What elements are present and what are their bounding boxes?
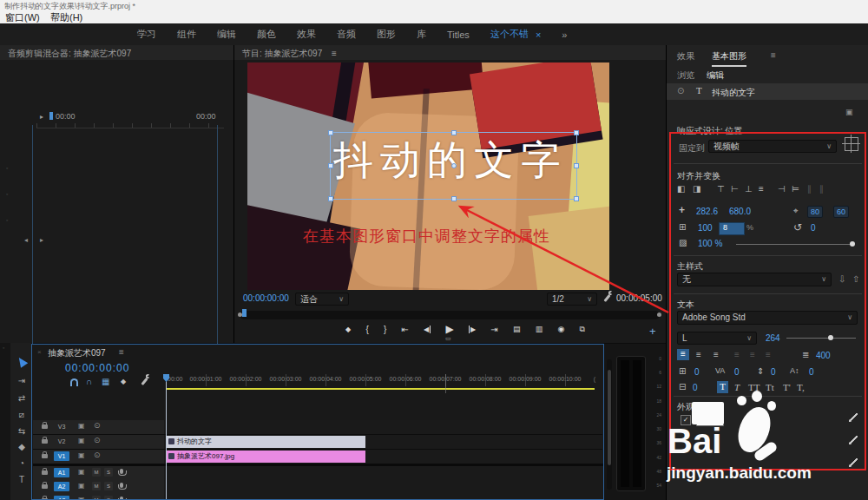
voiceover-mic-icon[interactable] — [120, 483, 123, 488]
mute-button[interactable]: M — [92, 496, 101, 500]
mute-button[interactable]: M — [92, 482, 101, 490]
step-back-button[interactable]: ◀ — [424, 326, 431, 333]
workspace-tab-effects[interactable]: 效果 — [297, 28, 316, 41]
lock-icon[interactable] — [42, 439, 48, 444]
workspace-tab-audio[interactable]: 音频 — [337, 28, 356, 41]
mute-button[interactable]: M — [92, 468, 101, 477]
selection-handle[interactable] — [328, 163, 333, 168]
layer-visibility-icon[interactable]: ⊙ — [677, 86, 684, 95]
sync-lock-icon[interactable]: ▣ — [78, 422, 85, 430]
workspace-tab-color[interactable]: 颜色 — [257, 28, 276, 41]
lock-icon[interactable] — [42, 424, 48, 429]
playback-timecode[interactable]: 00:00:00:00 — [243, 293, 289, 303]
pen-tool[interactable]: ◆ — [16, 442, 28, 451]
lift-button[interactable]: ▤ — [513, 325, 521, 333]
solo-button[interactable]: S — [104, 496, 113, 500]
track-name-a2[interactable]: A2 — [54, 482, 69, 491]
track-visibility-icon[interactable]: ⊙ — [94, 451, 101, 459]
lock-icon[interactable] — [42, 470, 48, 475]
track-lane-v3[interactable] — [164, 420, 602, 435]
type-tool[interactable]: T — [16, 475, 28, 484]
fit-select[interactable]: 适合∨ — [295, 293, 349, 306]
track-select-tool[interactable]: ⇥ — [16, 376, 28, 385]
playhead-line[interactable] — [166, 374, 167, 499]
track-lane-a2[interactable] — [164, 480, 602, 495]
lock-icon[interactable] — [42, 484, 48, 489]
track-lane-a1[interactable] — [164, 466, 602, 481]
sync-lock-icon[interactable]: ▣ — [78, 496, 85, 500]
selection-handle[interactable] — [328, 196, 333, 201]
subtab-edit[interactable]: 编辑 — [707, 69, 724, 84]
tab-overflow-icon[interactable]: » — [562, 30, 567, 40]
mixer-playhead-chip[interactable] — [49, 112, 53, 120]
workspace-tab-libraries[interactable]: 库 — [417, 28, 426, 41]
clip-text-layer[interactable]: 抖动的文字 — [166, 436, 365, 448]
pan-left-icon[interactable]: ◂ — [24, 236, 28, 244]
track-name-a3[interactable]: A3 — [54, 496, 69, 500]
mixer-ruler[interactable] — [36, 123, 224, 128]
play-button[interactable]: ▶ — [445, 323, 453, 335]
ripple-edit-tool[interactable]: ⇄ — [16, 393, 28, 403]
layer-row[interactable]: ⊙ T 抖动的文字 — [667, 83, 868, 100]
mixer-play-icon[interactable]: ▸ — [40, 113, 43, 121]
comparison-view-button[interactable]: ⧉ — [579, 325, 584, 334]
scrollbar-handle[interactable] — [608, 370, 611, 465]
video-preview[interactable]: 抖动的文字 在基本图形窗口中调整文字的属性 — [247, 62, 609, 290]
tab-close-icon[interactable]: × — [536, 30, 541, 40]
workspace-tab-active[interactable]: 这个不错 — [490, 28, 529, 41]
pan-right-icon[interactable]: ▸ — [40, 236, 43, 244]
go-to-in-button[interactable]: ⇤ — [402, 325, 409, 334]
text-selection-box[interactable] — [330, 132, 577, 200]
timeline-wrench-icon[interactable] — [141, 378, 148, 385]
extract-button[interactable]: ▥ — [536, 325, 543, 333]
menu-window[interactable]: 窗口(W) — [5, 11, 40, 24]
timeline-tab[interactable]: 抽象派艺术097 — [48, 347, 106, 359]
workspace-tab-learn[interactable]: 学习 — [137, 28, 156, 41]
timeline-tab-close-icon[interactable]: × — [37, 348, 42, 356]
hand-tool[interactable]: ◔ — [16, 458, 28, 468]
selection-handle[interactable] — [328, 130, 333, 135]
tab-effects[interactable]: 效果 — [677, 50, 694, 62]
work-area-bar[interactable] — [166, 388, 595, 390]
track-name-v3[interactable]: V3 — [54, 422, 69, 431]
mark-out-button[interactable]: } — [384, 325, 386, 334]
add-button[interactable]: + — [649, 325, 656, 338]
subtab-browse[interactable]: 浏览 — [677, 69, 694, 82]
solo-button[interactable]: S — [104, 468, 113, 477]
clip-image-layer[interactable]: 抽象派艺术097.jpg — [166, 451, 365, 463]
track-visibility-icon[interactable]: ⊙ — [94, 421, 101, 430]
scrubber-left-knob[interactable] — [238, 312, 242, 317]
voiceover-mic-icon[interactable] — [120, 469, 123, 474]
workspace-tab-titles[interactable]: Titles — [447, 30, 470, 40]
slip-tool[interactable]: ⇆ — [16, 426, 28, 436]
track-visibility-icon[interactable]: ⊙ — [94, 436, 101, 444]
selection-handle[interactable] — [451, 130, 457, 135]
selection-handle[interactable] — [451, 196, 457, 201]
menu-help[interactable]: 帮助(H) — [50, 11, 82, 24]
drag-av-icon[interactable]: ▭ — [445, 335, 451, 342]
mark-in-button[interactable]: { — [365, 325, 368, 334]
timeline-timecode[interactable]: 00:00:00:00 — [65, 362, 129, 374]
workspace-tab-edit[interactable]: 编辑 — [217, 28, 236, 41]
add-marker-icon[interactable]: ◆ — [121, 378, 126, 385]
timeline-vertical-scrollbar[interactable] — [607, 359, 612, 490]
new-layer-icon[interactable]: ▣ — [845, 108, 853, 116]
selection-handle[interactable] — [574, 130, 579, 135]
track-name-a1[interactable]: A1 — [54, 468, 69, 477]
razor-tool[interactable]: ⧄ — [16, 410, 28, 420]
track-name-v2[interactable]: V2 — [54, 437, 69, 446]
selection-handle[interactable] — [574, 163, 579, 168]
sync-lock-icon[interactable]: ▣ — [78, 468, 85, 476]
sync-lock-icon[interactable]: ▣ — [78, 482, 85, 490]
zoom-level-select[interactable]: 1/2∨ — [547, 293, 597, 306]
panel-menu-icon[interactable]: ≡ — [332, 49, 337, 58]
scrubber-right-knob[interactable] — [657, 312, 661, 317]
step-forward-button[interactable]: ▶ — [469, 326, 476, 333]
linked-selection-icon[interactable]: ∩ — [86, 377, 92, 386]
panel-menu-icon[interactable]: ≡ — [771, 50, 776, 60]
monitor-title[interactable]: 节目: 抽象派艺术097 — [242, 49, 322, 58]
sync-lock-icon[interactable]: ▣ — [78, 451, 85, 459]
selection-handle[interactable] — [574, 196, 579, 201]
selection-center-handle[interactable] — [451, 163, 457, 168]
mixer-title[interactable]: 音频剪辑混合器: 抽象派艺术097 — [8, 49, 131, 58]
